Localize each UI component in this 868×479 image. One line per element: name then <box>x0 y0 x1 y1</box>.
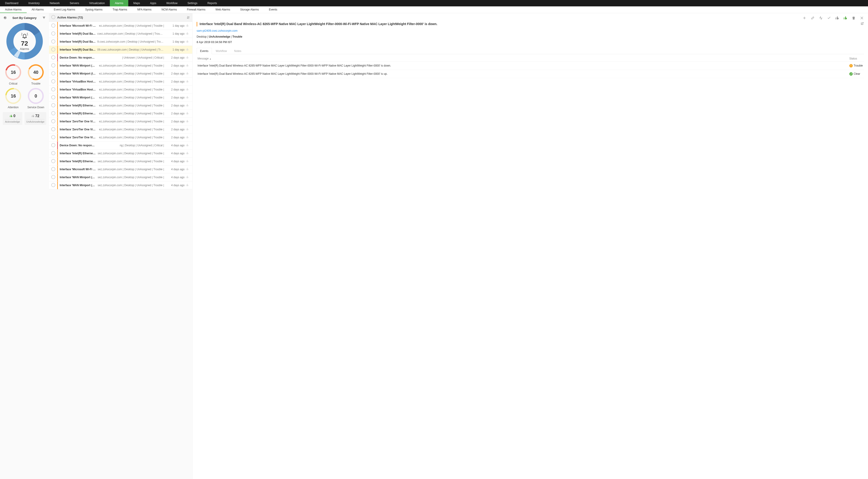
alarm-row[interactable]: Interface 'Intel(R) Dual Band ...csez.zo… <box>49 30 192 38</box>
alarm-row[interactable]: Interface 'Intel(R) Ethernet Co...sez.zo… <box>49 157 192 166</box>
thumbs-up-icon[interactable] <box>186 48 189 51</box>
topnav-dashboard[interactable]: Dashboard <box>0 0 24 6</box>
topnav-maps[interactable]: Maps <box>128 0 145 6</box>
row-checkbox[interactable] <box>51 159 55 163</box>
thumbs-up-icon[interactable] <box>186 24 189 27</box>
subnav-item[interactable]: Syslog Alarms <box>80 6 107 13</box>
alarm-row[interactable]: Interface 'Intel(R) Dual Band ...09.csez… <box>49 46 192 54</box>
subnav-item[interactable]: Active Alarms <box>0 6 27 13</box>
thumbs-up-icon[interactable] <box>186 88 189 91</box>
sort-title[interactable]: Sort By Category <box>7 16 42 20</box>
subnav-item[interactable]: NFA Alarms <box>132 6 156 13</box>
thumbs-up-icon[interactable] <box>186 159 189 163</box>
topnav-virtualization[interactable]: Virtualization <box>84 0 110 6</box>
acknowledge-card[interactable]: 0 Acknowledge <box>3 112 22 125</box>
alarms-donut-chart[interactable]: 72 Alarms <box>5 22 44 61</box>
trash-icon[interactable] <box>851 16 856 20</box>
alarm-row[interactable]: Interface 'ZeroTier One Virtua...ez.zoho… <box>49 133 192 142</box>
row-checkbox[interactable] <box>51 31 55 35</box>
thumbs-up-icon[interactable] <box>186 152 189 155</box>
subnav-item[interactable]: Events <box>264 6 282 13</box>
filter-icon[interactable] <box>42 16 46 20</box>
gauge-critical[interactable]: 16Critical <box>3 64 23 85</box>
row-checkbox[interactable] <box>51 24 55 28</box>
row-checkbox[interactable] <box>51 95 55 99</box>
popout-icon[interactable] <box>860 22 864 26</box>
thumbs-up-icon[interactable] <box>186 144 189 147</box>
subnav-item[interactable]: Firewall Alarms <box>182 6 210 13</box>
row-checkbox[interactable] <box>51 151 55 155</box>
event-row[interactable]: Interface 'Intel(R) Dual Band Wireless-A… <box>196 70 864 78</box>
topnav-servers[interactable]: Servers <box>65 0 84 6</box>
alarm-row[interactable]: Interface 'Intel(R) Ethernet Co...ez.zoh… <box>49 102 192 110</box>
thumbs-up-icon[interactable] <box>186 183 189 187</box>
gauge-attention[interactable]: 16Attention <box>3 88 23 109</box>
row-checkbox[interactable] <box>51 71 55 76</box>
add-icon[interactable] <box>802 16 806 20</box>
thumbs-up-icon[interactable] <box>186 120 189 123</box>
alarm-row[interactable]: Interface 'VirtualBox Host-Onl...ez.zoho… <box>49 78 192 86</box>
thumbs-up-icon[interactable] <box>186 176 189 179</box>
alarm-row[interactable]: Device Down: No response fro...| Unknown… <box>49 54 192 62</box>
thumbs-up-icon[interactable] <box>186 168 189 171</box>
thumbs-up-icon[interactable] <box>186 80 189 83</box>
topnav-workflow[interactable]: Workflow <box>161 0 183 6</box>
col-status[interactable]: Status <box>849 57 863 60</box>
col-message[interactable]: Message ▲ <box>197 57 849 60</box>
row-checkbox[interactable] <box>51 175 55 179</box>
subnav-item[interactable]: Event Log Alarms <box>49 6 80 13</box>
gauge-trouble[interactable]: 40Trouble <box>26 64 46 85</box>
tab-workflow[interactable]: Workflow <box>212 48 230 54</box>
sort-icon[interactable] <box>186 16 190 19</box>
thumbs-up-icon[interactable] <box>186 112 189 115</box>
topnav-reports[interactable]: Reports <box>202 0 222 6</box>
unacknowledge-card[interactable]: 72 UnAcknowledge <box>25 112 46 125</box>
topnav-alarms[interactable]: Alarms <box>110 0 128 6</box>
row-checkbox[interactable] <box>51 87 55 91</box>
subnav-item[interactable]: Trap Alarms <box>107 6 132 13</box>
row-checkbox[interactable] <box>51 143 55 147</box>
row-checkbox[interactable] <box>51 79 55 83</box>
tab-events[interactable]: Events <box>196 48 212 54</box>
check-icon[interactable] <box>827 16 831 20</box>
alarm-row[interactable]: Interface 'VirtualBox Host-Onl...ez.zoho… <box>49 86 192 94</box>
thumbs-up-icon[interactable] <box>186 128 189 131</box>
row-checkbox[interactable] <box>51 63 55 67</box>
thumbs-up-green-icon[interactable] <box>843 16 847 20</box>
alarm-row[interactable]: Interface 'ZeroTier One Virtua...ez.zoho… <box>49 125 192 133</box>
event-row[interactable]: Interface 'Intel(R) Dual Band Wireless-A… <box>196 62 864 70</box>
subnav-item[interactable]: Storage Alarms <box>235 6 264 13</box>
row-checkbox[interactable] <box>51 183 55 187</box>
topnav-network[interactable]: Network <box>45 0 65 6</box>
alarm-row[interactable]: Device Down: No response fro...ng | Desk… <box>49 142 192 149</box>
thumbs-up-icon[interactable] <box>186 96 189 99</box>
alarm-row[interactable]: Interface 'WAN Miniport (Net...ez.zohoco… <box>49 62 192 70</box>
topnav-settings[interactable]: Settings <box>183 0 202 6</box>
tab-notes[interactable]: Notes <box>231 48 245 54</box>
alarm-row[interactable]: Interface 'WAN Miniport (Net...sez.zohoc… <box>49 181 192 189</box>
row-checkbox[interactable] <box>51 39 55 43</box>
alarm-row[interactable]: Interface 'ZeroTier One Virtua...ez.zoho… <box>49 118 192 125</box>
thumbs-up-icon[interactable] <box>186 72 189 75</box>
thumbs-up-grey-icon[interactable] <box>835 16 839 20</box>
topnav-inventory[interactable]: Inventory <box>24 0 45 6</box>
close-icon[interactable] <box>860 16 864 20</box>
gauge-service-down[interactable]: 0Service Down <box>26 88 46 109</box>
row-checkbox[interactable] <box>51 119 55 123</box>
alarm-row[interactable]: Interface 'Microsoft Wi-Fi Dire...ez.zoh… <box>49 22 192 30</box>
alarm-row[interactable]: Interface 'Microsoft Wi-Fi Dire...sez.zo… <box>49 166 192 173</box>
thumbs-up-icon[interactable] <box>186 104 189 107</box>
alarm-row[interactable]: Interface 'Intel(R) Dual Band ...9.csez.… <box>49 38 192 46</box>
row-checkbox[interactable] <box>51 103 55 107</box>
thumbs-up-icon[interactable] <box>186 56 189 59</box>
thumbs-up-icon[interactable] <box>186 32 189 35</box>
subnav-item[interactable]: All Alarms <box>27 6 49 13</box>
row-checkbox[interactable] <box>51 48 55 52</box>
select-all-checkbox[interactable] <box>51 15 55 19</box>
alarm-row[interactable]: Interface 'WAN Miniport (Net...ez.zohoco… <box>49 94 192 102</box>
alarm-row[interactable]: Interface 'Intel(R) Ethernet Co...ez.zoh… <box>49 110 192 118</box>
activity-icon[interactable] <box>819 16 823 20</box>
row-checkbox[interactable] <box>51 135 55 139</box>
row-checkbox[interactable] <box>51 127 55 131</box>
source-link[interactable]: sam-pt2409.csez.zohocorpin.com <box>196 29 864 32</box>
